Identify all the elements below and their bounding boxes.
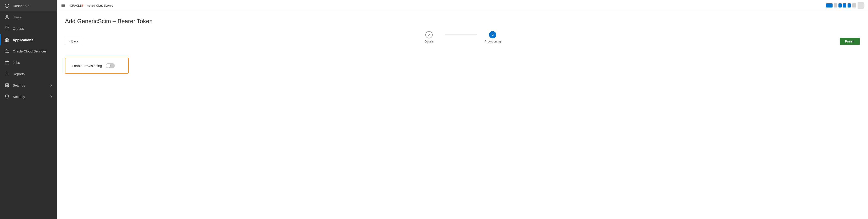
topbar-right — [826, 2, 864, 9]
enable-provisioning-box: Enable Provisioning — [65, 58, 129, 73]
svg-point-11 — [7, 85, 8, 86]
sidebar-item-label: Reports — [13, 72, 25, 76]
sidebar-item-jobs[interactable]: Jobs — [0, 57, 57, 68]
sidebar-item-applications[interactable]: Applications — [0, 34, 57, 45]
sidebar-item-users[interactable]: Users — [0, 11, 57, 23]
topbar-action-btn-5[interactable] — [847, 3, 851, 7]
sidebar-item-label: Groups — [13, 27, 24, 30]
sidebar-item-label: Oracle Cloud Services — [13, 49, 46, 53]
svg-rect-4 — [8, 38, 9, 39]
step-1-label: Details — [425, 40, 434, 43]
applications-icon — [4, 37, 9, 42]
chevron-down-icon: ❯ — [50, 84, 52, 87]
page-title: Add GenericScim – Bearer Token — [65, 18, 860, 25]
step-connector — [445, 34, 477, 35]
wizard-stepper: ✓ Details 2 Provisioning — [413, 31, 508, 43]
sidebar: Dashboard Users Groups — [0, 0, 57, 219]
sidebar-item-label: Users — [13, 15, 22, 19]
sidebar-item-label: Jobs — [13, 61, 20, 64]
sidebar-item-label: Settings — [13, 83, 25, 87]
svg-rect-5 — [5, 40, 7, 42]
svg-rect-3 — [5, 38, 7, 39]
sidebar-item-reports[interactable]: Reports — [0, 68, 57, 80]
hamburger-button[interactable] — [61, 3, 65, 8]
topbar-action-btn-4[interactable] — [843, 3, 846, 7]
main-container: ORACLE® Identity Cloud Service Add Gener… — [57, 0, 868, 219]
jobs-icon — [4, 60, 9, 65]
groups-icon — [4, 26, 9, 31]
sidebar-item-label: Applications — [13, 38, 33, 42]
topbar-action-btn-3[interactable] — [838, 3, 842, 7]
sidebar-item-security[interactable]: Security ❯ — [0, 91, 57, 102]
step-provisioning: 2 Provisioning — [477, 31, 508, 43]
chevron-left-icon: ‹ — [69, 39, 70, 43]
topbar-action-btn-2[interactable] — [834, 3, 837, 7]
sidebar-item-settings[interactable]: Settings ❯ — [0, 80, 57, 91]
back-button-label: Back — [71, 39, 79, 43]
svg-rect-7 — [5, 62, 9, 64]
step-details: ✓ Details — [413, 31, 445, 43]
svg-point-1 — [6, 15, 8, 17]
security-icon — [4, 94, 9, 99]
oracle-cloud-icon — [4, 49, 9, 54]
toolbar-row: ‹ Back ✓ Details — [65, 31, 860, 51]
finish-button-label: Finish — [845, 39, 855, 43]
oracle-logo: ORACLE® Identity Cloud Service — [68, 3, 113, 7]
sidebar-item-groups[interactable]: Groups — [0, 23, 57, 34]
topbar-action-btn-6[interactable] — [852, 3, 856, 7]
sidebar-item-label: Security — [13, 95, 25, 99]
settings-icon — [4, 83, 9, 88]
sidebar-item-dashboard[interactable]: Dashboard — [0, 0, 57, 11]
users-icon — [4, 14, 9, 20]
finish-button[interactable]: Finish — [840, 38, 860, 45]
svg-point-2 — [6, 27, 7, 28]
topbar-user-avatar[interactable] — [858, 2, 864, 9]
step-1-circle: ✓ — [425, 31, 433, 38]
step-2-circle: 2 — [489, 31, 496, 38]
back-button[interactable]: ‹ Back — [65, 38, 82, 45]
reports-icon — [4, 71, 9, 76]
enable-provisioning-toggle[interactable] — [106, 63, 115, 68]
sidebar-item-oracle-cloud-services[interactable]: Oracle Cloud Services — [0, 45, 57, 57]
toggle-thumb — [106, 64, 110, 68]
topbar-action-btn-1[interactable] — [826, 3, 833, 7]
sidebar-item-label: Dashboard — [13, 4, 29, 8]
enable-provisioning-label: Enable Provisioning — [72, 64, 102, 68]
content-area: Add GenericScim – Bearer Token ‹ Back ✓ … — [57, 11, 868, 219]
topbar: ORACLE® Identity Cloud Service — [57, 0, 868, 11]
chevron-down-icon: ❯ — [50, 95, 52, 98]
dashboard-icon — [4, 3, 9, 8]
step-2-label: Provisioning — [485, 40, 501, 43]
svg-rect-6 — [8, 40, 9, 42]
